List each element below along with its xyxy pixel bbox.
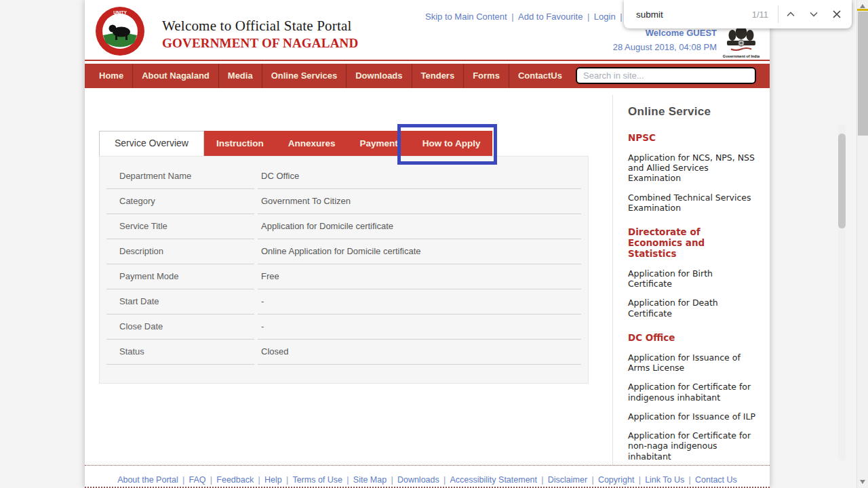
online-service-sidebar: Online Service NPSC Application for NCS,… (612, 95, 769, 465)
nav-item[interactable]: Tenders (412, 64, 464, 88)
nav-item[interactable]: Home (90, 64, 132, 88)
footer-link[interactable]: About the Portal (117, 475, 189, 485)
footer-link[interactable]: FAQ (189, 475, 217, 485)
find-close-button[interactable] (826, 3, 848, 25)
chevron-up-icon (786, 9, 795, 19)
close-icon (832, 9, 842, 19)
service-tab-label: Payment (359, 138, 397, 148)
service-detail-value: Free (258, 264, 581, 289)
welcome-guest-label: Welcome GUEST (646, 28, 717, 38)
service-detail-label: Status (106, 340, 254, 365)
service-detail-value: - (258, 314, 581, 340)
footer-link[interactable]: Terms of Use (292, 475, 353, 485)
service-detail-value: Application for Domicile certificate (258, 214, 581, 239)
footer-link[interactable]: Link To Us (645, 475, 695, 485)
service-tab[interactable]: Service Overview (99, 131, 204, 156)
online-service-list: NPSC Application for NCS, NPS, NSS and A… (628, 133, 755, 462)
service-detail-row: Status Closed (106, 340, 581, 365)
footer-link[interactable]: Site Map (353, 475, 397, 485)
browser-scrollbar[interactable] (856, 0, 868, 488)
service-detail-value: Government To Citizen (258, 189, 581, 214)
service-detail-label: Start Date (106, 289, 254, 314)
service-tab[interactable]: Instruction (204, 131, 276, 156)
nav-item[interactable]: ContactUs (509, 64, 571, 88)
main-navigation: HomeAbout NagalandMediaOnline ServicesDo… (85, 64, 770, 88)
find-match-marker (857, 9, 868, 11)
service-detail-value: DC Office (258, 164, 581, 189)
scrollbar-down-arrow-icon[interactable] (860, 480, 865, 484)
svg-text:Government of India: Government of India (723, 54, 760, 58)
service-detail-label: Department Name (106, 164, 254, 189)
header-datetime: 28 August 2018, 04:08 PM (613, 42, 717, 52)
online-service-item[interactable]: Application for Certificate for non-naga… (628, 430, 755, 462)
find-next-button[interactable] (803, 3, 825, 25)
service-detail-row: Start Date - (106, 289, 581, 314)
find-previous-button[interactable] (780, 3, 802, 25)
scrollbar-up-arrow-icon[interactable] (860, 4, 865, 8)
nav-item[interactable]: Forms (463, 64, 509, 88)
nav-item[interactable]: About Nagaland (132, 64, 218, 88)
search-input[interactable] (576, 67, 756, 84)
online-service-item[interactable]: NPSC (628, 133, 755, 144)
header-utility-link[interactable]: Login (594, 12, 627, 22)
footer-link[interactable]: Downloads (397, 475, 450, 485)
nav-item[interactable]: Media (218, 64, 262, 88)
footer-link[interactable]: Accessibility Statement (450, 475, 548, 485)
header-divider (85, 60, 770, 61)
service-tab-label: How to Apply (422, 138, 481, 148)
service-detail-value: Online Application for Domicile certific… (258, 239, 581, 264)
service-tab-label: Service Overview (115, 138, 189, 148)
online-service-item[interactable]: Application for Issuance of Arms License (628, 352, 755, 373)
sidebar-scrollbar-thumb[interactable] (838, 134, 846, 228)
service-detail-row: Category Government To Citizen (106, 189, 581, 214)
online-service-item[interactable]: Application for Issuance of ILP (628, 411, 755, 422)
portal-government-line: GOVERNMENT OF NAGALAND (162, 36, 358, 51)
footer-links: About the PortalFAQFeedbackHelpTerms of … (117, 475, 737, 485)
service-detail-label: Category (106, 189, 254, 214)
online-service-item[interactable]: DC Office (628, 333, 755, 344)
service-detail-row: Description Online Application for Domic… (106, 239, 581, 264)
service-overview-panel: Department Name DC Office Category Gover… (99, 156, 589, 384)
service-tab-label: Annexures (288, 138, 336, 148)
sidebar-scrollbar[interactable] (838, 124, 846, 461)
online-service-item[interactable]: Application for Certificate for indigeno… (628, 382, 755, 403)
scrollbar-thumb[interactable] (858, 12, 868, 136)
online-service-item[interactable]: Application for Death Certificate (628, 298, 755, 319)
footer: About the PortalFAQFeedbackHelpTerms of … (85, 465, 770, 488)
service-tab[interactable]: Annexures (276, 131, 348, 156)
svg-text:UNITY: UNITY (113, 10, 127, 15)
service-detail-row: Payment Mode Free (106, 264, 581, 289)
header-utility-link[interactable]: Add to Favourite (518, 12, 594, 22)
service-detail-row: Department Name DC Office (106, 164, 581, 189)
footer-link[interactable]: Copyright (598, 475, 645, 485)
service-tab[interactable]: Payment (347, 131, 410, 156)
portal-welcome-line: Welcome to Official State Portal (162, 18, 358, 35)
portal-title: Welcome to Official State Portal GOVERNM… (162, 18, 358, 51)
service-tabs: Service Overview Instruction Annexures P… (99, 131, 492, 156)
chevron-down-icon (809, 9, 818, 19)
service-tab[interactable]: How to Apply (410, 131, 493, 156)
online-service-item[interactable]: Application for Birth Certificate (628, 268, 755, 289)
online-service-item[interactable]: Application for NCS, NPS, NSS and Allied… (628, 152, 755, 184)
government-of-india-emblem: Government of India (721, 24, 762, 60)
online-service-item[interactable]: Combined Technical Services Examination (628, 192, 755, 214)
footer-link[interactable]: Disclaimer (548, 475, 598, 485)
service-detail-value: Closed (258, 340, 581, 365)
footer-link[interactable]: Help (264, 475, 292, 485)
service-detail-label: Payment Mode (106, 264, 254, 289)
service-tab-label: Instruction (216, 138, 264, 148)
service-detail-row: Service Title Application for Domicile c… (106, 214, 581, 239)
header-utility-link[interactable]: Skip to Main Content (425, 12, 518, 22)
footer-link[interactable]: Contact Us (695, 475, 737, 485)
service-detail-value: - (258, 289, 581, 314)
browser-find-bar: submit 1/11 (624, 0, 852, 28)
nav-item[interactable]: Downloads (346, 64, 411, 88)
service-detail-row: Close Date - (106, 314, 581, 340)
nav-item[interactable]: Online Services (262, 64, 347, 88)
footer-link[interactable]: Feedback (216, 475, 264, 485)
find-bar-divider (778, 5, 778, 23)
service-detail-label: Close Date (106, 314, 254, 340)
online-service-item[interactable]: Directorate of Economics and Statistics (628, 227, 755, 260)
find-query-input[interactable]: submit (636, 9, 752, 20)
find-match-count: 1/11 (752, 9, 768, 20)
